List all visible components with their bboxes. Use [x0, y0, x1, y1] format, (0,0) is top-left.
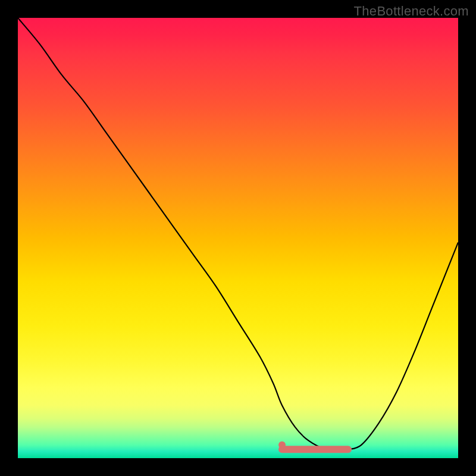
bottleneck-curve-line: [18, 18, 458, 450]
watermark-text: TheBottleneck.com: [354, 4, 469, 19]
chart-svg: [18, 18, 458, 458]
chart-plot-area: [18, 18, 458, 458]
plateau-start-dot: [278, 441, 286, 449]
